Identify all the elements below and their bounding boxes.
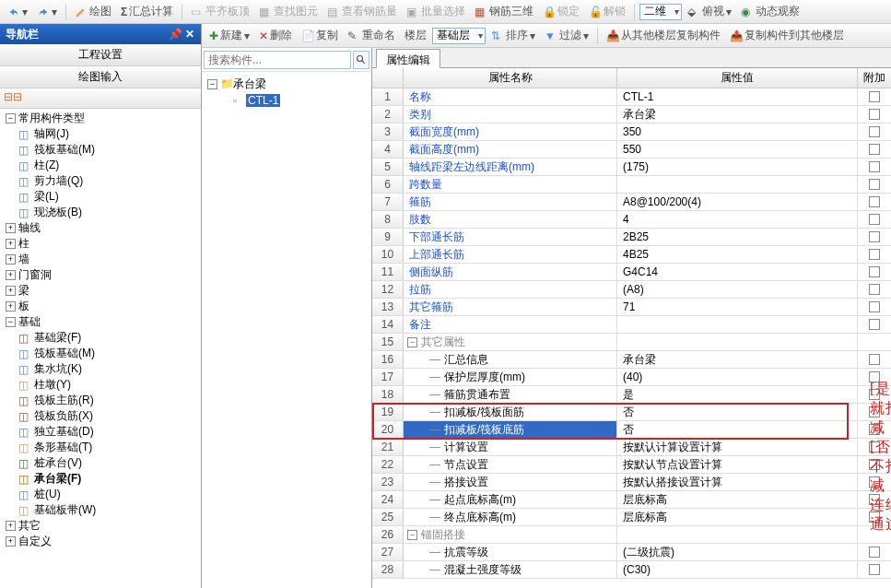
col-name[interactable]: 属性名称: [404, 68, 617, 88]
checkbox[interactable]: [869, 424, 880, 435]
prop-extra[interactable]: [858, 159, 891, 175]
tree-item-base-4[interactable]: ◫筏板主筋(R): [2, 393, 199, 408]
prop-extra[interactable]: [858, 106, 891, 123]
prop-extra[interactable]: [858, 561, 891, 578]
tree-item-common-3[interactable]: ◫剪力墙(Q): [2, 173, 199, 189]
checkbox[interactable]: [869, 371, 880, 382]
checkbox[interactable]: [869, 547, 880, 558]
prop-row-25[interactable]: 25 —终点底标高(m) 层底标高: [372, 509, 891, 526]
expand-icon[interactable]: +: [6, 521, 16, 531]
prop-extra[interactable]: [858, 369, 891, 385]
checkbox[interactable]: [869, 564, 880, 575]
prop-extra[interactable]: [858, 246, 891, 263]
expand-icon[interactable]: +: [6, 301, 16, 312]
collapse-icon[interactable]: −: [207, 79, 217, 89]
prop-row-14[interactable]: 14 备注: [372, 316, 891, 334]
toolbar-batch-sel[interactable]: ▣批量选择: [403, 2, 469, 21]
expand-icon[interactable]: +: [6, 239, 16, 249]
tree-item-base-10[interactable]: ◫桩(U): [2, 487, 199, 502]
prop-value[interactable]: 否: [617, 421, 858, 438]
tree-item-common-1[interactable]: ◫筏板基础(M): [2, 142, 199, 158]
prop-value[interactable]: 承台梁: [617, 106, 858, 123]
prop-extra[interactable]: [858, 404, 891, 420]
checkbox[interactable]: [869, 284, 880, 295]
tree-item-base-1[interactable]: ◫筏板基础(M): [2, 346, 199, 361]
prop-row-5[interactable]: 5 轴线距梁左边线距离(mm) (175): [372, 159, 891, 176]
col-extra[interactable]: 附加: [858, 68, 891, 88]
filter-button[interactable]: ▼过滤▾: [541, 26, 592, 45]
search-button[interactable]: [353, 51, 369, 69]
expand-icon[interactable]: +: [6, 286, 16, 296]
prop-value[interactable]: [617, 176, 858, 193]
prop-extra[interactable]: [858, 229, 891, 245]
checkbox[interactable]: [869, 301, 880, 312]
tree-group-axis[interactable]: +轴线: [2, 220, 199, 236]
expand-icon[interactable]: +: [6, 223, 16, 233]
prop-extra[interactable]: [858, 474, 891, 490]
close-icon[interactable]: ✕: [184, 29, 195, 40]
tree-item-common-4[interactable]: ◫梁(L): [2, 189, 199, 205]
prop-value[interactable]: [617, 334, 858, 350]
expand-icon[interactable]: +: [6, 254, 16, 265]
checkbox[interactable]: [869, 406, 880, 417]
tree-item-base-6[interactable]: ◫独立基础(D): [2, 424, 199, 440]
checkbox[interactable]: [869, 249, 880, 260]
prop-row-9[interactable]: 9 下部通长筋 2B25: [372, 229, 891, 246]
prop-value[interactable]: 4B25: [617, 246, 858, 263]
prop-extra[interactable]: [858, 456, 891, 473]
checkbox[interactable]: [869, 231, 880, 242]
prop-extra[interactable]: [858, 141, 891, 158]
prop-extra[interactable]: [858, 544, 891, 560]
prop-extra[interactable]: [858, 281, 891, 298]
toolbar-undo[interactable]: ▾: [4, 4, 31, 20]
prop-row-2[interactable]: 2 类别 承台梁: [372, 106, 891, 123]
prop-value[interactable]: (C30): [617, 561, 858, 578]
tree-item-base-2[interactable]: ◫集水坑(K): [2, 361, 199, 377]
prop-row-13[interactable]: 13 其它箍筋 71: [372, 299, 891, 316]
search-input[interactable]: [204, 51, 351, 69]
toolbar-dyn[interactable]: ◉动态观察: [737, 2, 803, 21]
checkbox[interactable]: [869, 494, 880, 505]
checkbox[interactable]: [869, 179, 880, 190]
prop-row-3[interactable]: 3 截面宽度(mm) 350: [372, 123, 891, 141]
prop-extra[interactable]: [858, 194, 891, 210]
checkbox[interactable]: [869, 319, 880, 330]
prop-value[interactable]: CTL-1: [617, 88, 858, 105]
tree-item-base-11[interactable]: ◫基础板带(W): [2, 502, 199, 518]
view2d-combo[interactable]: 二维: [639, 4, 682, 20]
tree-group-custom[interactable]: +自定义: [2, 534, 199, 549]
copy-from-button[interactable]: 📥从其他楼层复制构件: [603, 26, 724, 45]
prop-extra[interactable]: [858, 334, 891, 350]
checkbox[interactable]: [869, 512, 880, 523]
prop-value[interactable]: 承台梁: [617, 351, 858, 368]
prop-extra[interactable]: [858, 88, 891, 105]
tree-item-base-5[interactable]: ◫筏板负筋(X): [2, 408, 199, 424]
toolbar-flat-top[interactable]: ▭平齐板顶: [187, 2, 253, 21]
prop-row-8[interactable]: 8 肢数 4: [372, 211, 891, 229]
tree-item-base-7[interactable]: ◫条形基础(T): [2, 440, 199, 455]
prop-row-18[interactable]: 18 —箍筋贯通布置 是: [372, 386, 891, 404]
checkbox[interactable]: [869, 144, 880, 155]
tree-group-pillar[interactable]: +柱: [2, 236, 199, 252]
prop-value[interactable]: (40): [617, 369, 858, 385]
tree-item-common-2[interactable]: ◫柱(Z): [2, 158, 199, 173]
tree-group-common[interactable]: −常用构件类型: [2, 111, 199, 126]
prop-extra[interactable]: [858, 386, 891, 403]
prop-value[interactable]: 71: [617, 299, 858, 315]
prop-row-27[interactable]: 27 —抗震等级 (二级抗震): [372, 544, 891, 561]
tree-item-base-8[interactable]: ◫桩承台(V): [2, 455, 199, 471]
tree-node-root[interactable]: − 📁 承台梁: [205, 76, 368, 92]
toolbar-lock[interactable]: 🔒锁定: [539, 2, 583, 21]
pin-icon[interactable]: 📌: [170, 29, 181, 40]
tree-group-other[interactable]: +其它: [2, 518, 199, 534]
tree-group-board[interactable]: +板: [2, 299, 199, 314]
toolbar-rebar3d[interactable]: ▦钢筋三维: [471, 2, 537, 21]
prop-extra[interactable]: [858, 316, 891, 333]
toolbar-unlock[interactable]: 🔓解锁: [585, 2, 629, 21]
nav-section-draw[interactable]: 绘图输入: [0, 66, 201, 88]
checkbox[interactable]: [869, 441, 880, 453]
prop-row-15[interactable]: 15 −其它属性: [372, 334, 891, 351]
collapse-icon[interactable]: −: [6, 317, 16, 327]
prop-value[interactable]: G4C14: [617, 264, 858, 280]
prop-extra[interactable]: [858, 421, 891, 438]
